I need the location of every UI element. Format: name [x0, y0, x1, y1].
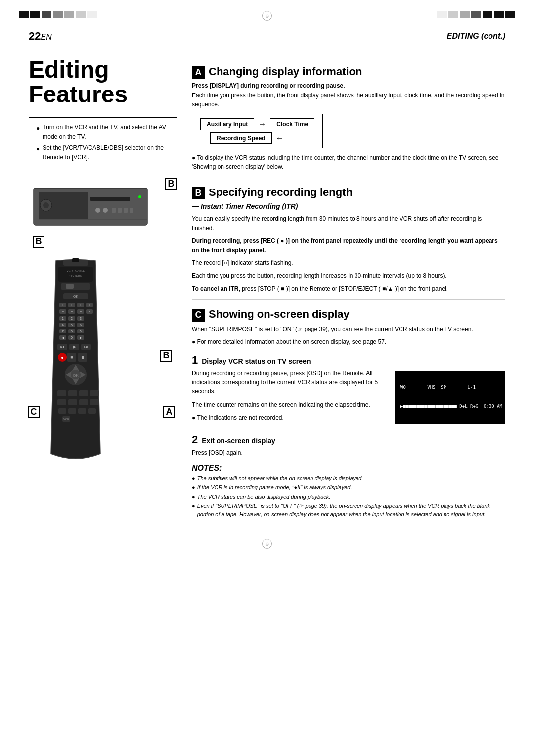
step-1-text23: The time counter remains on the screen i… — [192, 400, 389, 410]
intro-bullets: ● Turn on the VCR and the TV, and select… — [29, 117, 177, 170]
divider-bc — [192, 299, 505, 300]
section-a-letter: A — [192, 66, 205, 79]
notes-head: NOTES: — [192, 464, 505, 472]
bullet-text-1: Turn on the VCR and the TV, and select t… — [43, 123, 170, 142]
label-B-top: B — [165, 178, 177, 190]
svg-text:+: + — [62, 303, 64, 307]
vcr-device-area: B — [29, 178, 177, 248]
section-b-text2: Each time you press the button, recordin… — [192, 271, 505, 281]
svg-text:+: + — [71, 303, 73, 307]
divider-ab — [192, 178, 505, 178]
svg-rect-86 — [68, 399, 77, 405]
notes-section: NOTES: ●The subtitles will not appear wh… — [192, 464, 505, 519]
bullet-text-2: Set the [VCR/TV/CABLE/DBS] selector on t… — [43, 143, 170, 162]
svg-text:5: 5 — [71, 323, 73, 327]
svg-rect-6 — [118, 208, 122, 213]
step-2-title: Exit on-screen display — [202, 437, 275, 445]
label-B-bot: B — [160, 350, 172, 362]
svg-text:⏭: ⏭ — [84, 345, 88, 349]
svg-rect-82 — [68, 390, 77, 396]
svg-text:VCR: VCR — [63, 418, 70, 421]
big-title: Editing Features — [29, 57, 177, 107]
press-display-label: Press [DISPLAY] during recording or reco… — [192, 82, 505, 89]
svg-text:−: − — [89, 310, 90, 313]
flow-arrow-1: → — [258, 120, 266, 129]
label-C: C — [28, 406, 40, 418]
svg-point-9 — [138, 195, 141, 198]
step-2-text: Press [OSD] again. — [192, 448, 505, 458]
flow-aux-box: Auxiliary Input — [200, 118, 254, 130]
svg-text:−: − — [80, 310, 82, 313]
remote-area: VCR | CABLE *TV /DBS OK + + + + — [29, 256, 177, 495]
svg-rect-81 — [57, 390, 66, 396]
svg-text:7: 7 — [62, 330, 64, 333]
bullet-2: ● Set the [VCR/TV/CABLE/DBS] selector on… — [36, 143, 170, 162]
svg-text:■: ■ — [70, 355, 73, 360]
display-flow-diagram: Auxiliary Input → Clock Time Recording S… — [192, 114, 323, 148]
main-content: Editing Features ● Turn on the VCR and t… — [9, 47, 525, 529]
section-c-intro: When "SUPERIMPOSE" is set to "ON" (☞ pag… — [192, 325, 505, 334]
label-B-mid: B — [33, 236, 44, 248]
flow-clock-box: Clock Time — [270, 118, 314, 130]
step-2-num: 2 — [192, 433, 198, 446]
press-display-text: Each time you press the button, the fron… — [192, 91, 505, 109]
svg-text:4: 4 — [62, 323, 64, 327]
svg-text:*TV /DBS: *TV /DBS — [69, 274, 82, 277]
svg-text:▶: ▶ — [73, 344, 76, 349]
svg-point-4 — [103, 208, 108, 213]
flow-arrow-back: ← — [276, 134, 284, 142]
remote-illustration: VCR | CABLE *TV /DBS OK + + + + — [29, 256, 123, 493]
corner-br — [515, 737, 525, 747]
svg-text:VCR | CABLE: VCR | CABLE — [66, 269, 85, 272]
section-c-letter: C — [192, 309, 205, 322]
section-b-title: Specifying recording length — [209, 186, 353, 199]
step-1-head: 1 Display VCR status on TV screen — [192, 354, 505, 367]
left-column: Editing Features ● Turn on the VCR and t… — [29, 57, 177, 519]
step-1-num: 1 — [192, 354, 198, 367]
svg-rect-83 — [79, 390, 88, 396]
vcr-illustration — [29, 178, 157, 233]
section-c-bullet: ● For more detailed information about th… — [192, 337, 505, 347]
osd-display: W0 VHS SP L-1 ▶■■■■■■■■■■■■■■■■■■■■ D+L … — [395, 369, 505, 426]
svg-text:OK: OK — [73, 295, 78, 298]
svg-text:●: ● — [61, 355, 63, 360]
svg-rect-5 — [112, 208, 116, 213]
svg-rect-14 — [72, 258, 79, 262]
center-compass: ⊕ — [262, 11, 272, 21]
svg-text:3: 3 — [80, 317, 82, 320]
svg-point-12 — [43, 202, 49, 208]
osd-content: W0 VHS SP L-1 ▶■■■■■■■■■■■■■■■■■■■■ D+L … — [395, 371, 505, 424]
section-a-title: Changing display information — [209, 65, 362, 78]
note-3: ●The VCR status can be also displayed du… — [192, 493, 505, 501]
svg-text:−: − — [71, 310, 73, 313]
svg-rect-88 — [90, 399, 99, 405]
svg-rect-90 — [68, 408, 76, 414]
bottom-mark: ⊕ — [0, 529, 534, 564]
deco-bars-right — [437, 11, 515, 21]
right-column: A Changing display information Press [DI… — [192, 57, 505, 519]
step-1-text1: During recording or recording pause, pre… — [192, 369, 389, 396]
section-title-header: EDITING (cont.) — [447, 32, 505, 41]
section-b-head: B Specifying recording length — [192, 186, 505, 200]
bullet-dot-1: ● — [36, 124, 40, 133]
step-1-text: During recording or recording pause, pre… — [192, 369, 389, 426]
svg-text:OK: OK — [73, 373, 79, 378]
flow-rec-box: Recording Speed — [210, 132, 272, 144]
section-b-text1: The record [○] indicator starts flashing… — [192, 258, 505, 268]
svg-rect-84 — [90, 390, 99, 396]
step-1: 1 Display VCR status on TV screen During… — [192, 354, 505, 426]
section-c-title: Showing on-screen display — [209, 308, 350, 321]
note-2: ●If the VCR is in recording pause mode, … — [192, 483, 505, 492]
section-b-intro: You can easily specify the recording len… — [192, 214, 505, 233]
svg-text:⏸: ⏸ — [81, 355, 85, 360]
svg-rect-7 — [124, 208, 128, 213]
svg-rect-8 — [130, 208, 134, 213]
bullet-dot-2: ● — [36, 144, 40, 154]
bottom-compass: ⊕ — [262, 539, 272, 549]
deco-bars-left — [19, 11, 97, 21]
page-header: 22EN EDITING (cont.) — [9, 21, 525, 47]
svg-text:9: 9 — [80, 330, 82, 333]
step-1-title: Display VCR status on TV screen — [202, 357, 311, 365]
svg-rect-89 — [58, 408, 66, 414]
section-b-bold1: During recording, press [REC ( ● )] on t… — [192, 236, 505, 255]
